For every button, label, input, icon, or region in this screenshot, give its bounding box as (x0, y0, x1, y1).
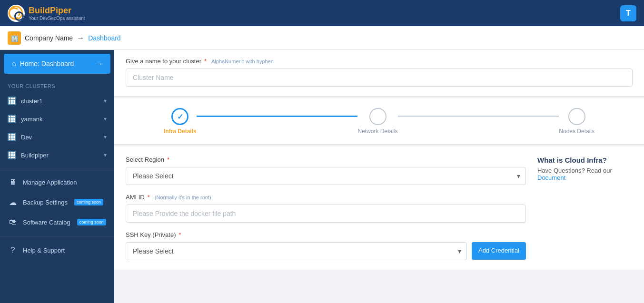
info-sub: Have Questions? Read our Document (537, 167, 633, 181)
breadcrumb-company: Company Name (25, 34, 73, 42)
step-line-1 (197, 116, 358, 117)
home-label: Home: Dashboard (20, 60, 74, 68)
yamank-label: yamank (21, 116, 43, 123)
ami-id-field: AMI ID* (Normally it's in the root) (126, 194, 526, 223)
step-nodes-details: Nodes Details (559, 108, 594, 135)
manage-application-label: Manage Application (23, 179, 77, 186)
select-region-wrapper: Please Select ▾ (126, 167, 526, 185)
step-infra-label: Infra Details (164, 128, 197, 135)
select-region-label: Select Region* (126, 156, 526, 163)
step-line-2 (398, 116, 559, 117)
sidebar-item-buildpiper[interactable]: Buildpiper ▾ (0, 146, 114, 164)
logo-area: BuildPiper Your DevSecOps assistant (8, 5, 85, 22)
info-title: What is Cloud Infra? (537, 156, 633, 164)
home-icon: ⌂ (11, 59, 16, 68)
buildpiper-icon (8, 151, 16, 159)
ami-id-hint: (Normally it's in the root) (155, 195, 211, 200)
form-section: Select Region* Please Select ▾ AMI ID* (… (114, 147, 644, 270)
help-label: Help & Support (23, 247, 65, 254)
info-document-link[interactable]: Document (537, 174, 565, 181)
select-region-field: Select Region* Please Select ▾ (126, 156, 526, 185)
home-dashboard-button[interactable]: ⌂ Home: Dashboard → (4, 54, 110, 74)
sidebar-divider-2 (0, 236, 114, 236)
step-network-label: Network Details (357, 128, 397, 135)
steps-section: ✓ Infra Details Network Details Nodes De… (114, 98, 644, 145)
step-network-details: Network Details (357, 108, 397, 135)
home-arrow: → (96, 60, 103, 68)
select-region-input[interactable]: Please Select (126, 167, 526, 185)
logo-text: BuildPiper Your DevSecOps assistant (29, 6, 85, 21)
user-avatar-button[interactable]: T (620, 5, 636, 21)
step-infra-details: ✓ Infra Details (164, 108, 197, 135)
steps-container: ✓ Infra Details Network Details Nodes De… (126, 108, 633, 135)
cluster-name-label: Give a name to your cluster* AlphaNumeri… (126, 58, 633, 65)
breadcrumb-arrow: → (77, 34, 84, 42)
svg-point-1 (15, 10, 21, 17)
form-main: Select Region* Please Select ▾ AMI ID* (… (126, 156, 526, 260)
add-credential-button[interactable]: Add Credential (472, 242, 526, 260)
cluster-name-hint: AlphaNumeric with hyphen (211, 59, 274, 64)
backup-settings-icon: ☁ (8, 197, 18, 207)
header: BuildPiper Your DevSecOps assistant T (0, 0, 644, 26)
step-nodes-circle (568, 108, 585, 125)
yamank-icon (8, 115, 16, 123)
buildpiper-logo-icon (8, 5, 25, 22)
sidebar-item-dev[interactable]: Dev ▾ (0, 128, 114, 146)
breadcrumb-dashboard-link[interactable]: Dashboard (88, 34, 121, 42)
content-area: Give a name to your cluster* AlphaNumeri… (114, 50, 644, 303)
software-catalog-icon: 🛍 (8, 217, 18, 227)
logo-brand: BuildPiper (29, 6, 85, 16)
sidebar-item-manage-application[interactable]: 🖥 Manage Application (0, 172, 114, 192)
buildpiper-chevron-icon: ▾ (104, 152, 107, 158)
cluster-name-input[interactable] (126, 68, 633, 87)
sidebar-divider-1 (0, 168, 114, 168)
info-box: What is Cloud Infra? Have Questions? Rea… (537, 156, 633, 181)
sidebar-item-help[interactable]: ? Help & Support (0, 240, 114, 260)
clusters-section-label: Your Clusters (0, 78, 114, 92)
ssh-key-label: SSH Key (Private)* (126, 231, 526, 238)
cluster1-chevron-icon: ▾ (104, 98, 107, 104)
cluster1-label: cluster1 (21, 98, 43, 105)
software-catalog-label: Software Catalog (23, 219, 70, 226)
manage-application-icon: 🖥 (8, 177, 18, 187)
form-info-side: What is Cloud Infra? Have Questions? Rea… (537, 156, 633, 260)
ssh-key-select-wrapper: Please Select ▾ (126, 242, 467, 260)
dev-icon (8, 133, 16, 141)
sidebar-item-yamank[interactable]: yamank ▾ (0, 110, 114, 128)
step-infra-circle: ✓ (171, 108, 188, 125)
logo-sub: Your DevSecOps assistant (29, 16, 85, 21)
dev-label: Dev (21, 134, 32, 141)
ami-id-label: AMI ID* (Normally it's in the root) (126, 194, 526, 201)
ssh-key-row: Please Select ▾ Add Credential (126, 242, 526, 260)
sidebar-item-software-catalog[interactable]: 🛍 Software Catalog coming soon (0, 212, 114, 232)
dev-chevron-icon: ▾ (104, 134, 107, 140)
yamank-chevron-icon: ▾ (104, 116, 107, 122)
software-catalog-badge: coming soon (77, 219, 106, 225)
ami-id-input[interactable] (126, 205, 526, 223)
sidebar-item-cluster1[interactable]: cluster1 ▾ (0, 92, 114, 110)
backup-settings-label: Backup Settings (23, 199, 68, 206)
buildpiper-label: Buildpiper (21, 152, 49, 159)
help-icon: ? (8, 245, 18, 255)
step-network-circle (369, 108, 386, 125)
step-nodes-label: Nodes Details (559, 128, 594, 135)
sidebar-item-backup-settings[interactable]: ☁ Backup Settings coming soon (0, 192, 114, 212)
backup-settings-badge: coming soon (74, 199, 103, 205)
cluster1-icon (8, 97, 16, 105)
company-icon: 🏢 (8, 31, 21, 45)
ssh-key-field: SSH Key (Private)* Please Select ▾ Add C… (126, 231, 526, 260)
ssh-key-input[interactable]: Please Select (126, 242, 467, 260)
breadcrumb: 🏢 Company Name → Dashboard (0, 26, 644, 50)
sidebar: ⌂ Home: Dashboard → Your Clusters cluste… (0, 50, 114, 303)
cluster-name-section: Give a name to your cluster* AlphaNumeri… (114, 50, 644, 97)
svg-point-0 (9, 8, 20, 19)
